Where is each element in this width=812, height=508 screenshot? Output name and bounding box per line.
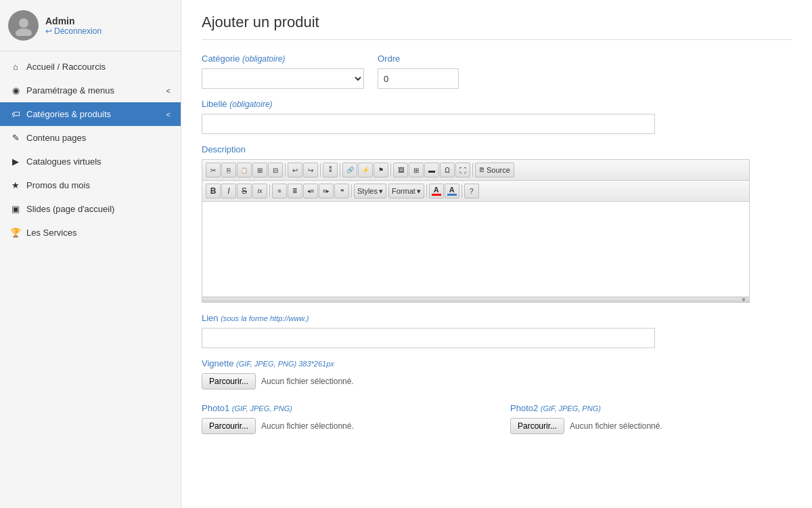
lien-hint: (sous la forme http://www.) — [221, 314, 309, 322]
source-icon: 🖹 — [479, 167, 485, 173]
ordre-input[interactable] — [378, 68, 459, 89]
sidebar-item-services[interactable]: 🏆 Les Services — [0, 221, 181, 245]
page-title: Ajouter un produit — [202, 14, 792, 40]
strikethrough-button[interactable]: S — [237, 184, 252, 198]
logout-icon: ↩ — [45, 26, 52, 36]
description-label: Description — [202, 144, 792, 154]
unordered-list-button[interactable]: ≣ — [288, 184, 302, 198]
styles-dropdown[interactable]: Styles ▾ — [354, 184, 386, 198]
styles-arrow: ▾ — [379, 187, 383, 196]
libelle-label: Libellé (obligatoire) — [202, 99, 792, 109]
logout-label: Déconnexion — [54, 26, 102, 36]
vignette-hint: (GIF, JPEG, PNG) 383*261px — [236, 360, 334, 368]
special-char-button[interactable]: Ω — [440, 163, 455, 177]
sidebar-item-promos[interactable]: ★ Promos du mois — [0, 173, 181, 197]
photo2-file-group: Parcourir... Aucun fichier sélectionné. — [510, 418, 792, 434]
maximize-button[interactable]: ⛶ — [455, 163, 470, 177]
anchor-button[interactable]: ⚑ — [374, 163, 388, 177]
sidebar-item-catalogues[interactable]: ▶ Catalogues virtuels — [0, 150, 181, 173]
edit-icon: ✎ — [10, 133, 21, 143]
outdent-button[interactable]: ◂≡ — [303, 184, 318, 198]
lien-input[interactable] — [202, 328, 655, 348]
image-button[interactable]: 🖼 — [393, 163, 408, 177]
photo2-browse-button[interactable]: Parcourir... — [510, 418, 564, 434]
sidebar-item-parametrage[interactable]: ◉ Paramétrage & menus < — [0, 79, 181, 102]
table-button[interactable]: ⊞ — [409, 163, 424, 177]
help-button[interactable]: ? — [464, 184, 479, 198]
sidebar-item-slides[interactable]: ▣ Slides (page d'accueil) — [0, 197, 181, 221]
sidebar-item-accueil[interactable]: ⌂ Accueil / Raccourcis — [0, 55, 181, 79]
sidebar-item-categories[interactable]: 🏷 Catégories & produits < — [0, 102, 181, 126]
vignette-browse-button[interactable]: Parcourir... — [202, 373, 256, 389]
find-button[interactable]: ⁑ — [323, 163, 338, 177]
sidebar-item-label: Catégories & produits — [26, 109, 111, 119]
libelle-input[interactable] — [202, 114, 655, 134]
separator2 — [320, 163, 321, 177]
sidebar-nav: ⌂ Accueil / Raccourcis ◉ Paramétrage & m… — [0, 51, 181, 248]
sidebar-item-label: Paramétrage & menus — [26, 85, 114, 96]
sidebar-item-label: Catalogues virtuels — [26, 156, 102, 167]
format-arrow: ▾ — [417, 187, 421, 196]
categorie-select[interactable] — [202, 68, 364, 89]
separator7 — [351, 184, 352, 198]
editor-container: ✂ ⎘ 📋 ⊞ ⊟ ↩ ↪ ⁑ 🔗 ⚡ ⚑ 🖼 ⊞ — [202, 159, 750, 303]
ordre-label: Ordre — [378, 54, 459, 64]
home-icon: ⌂ — [10, 62, 21, 72]
link-button[interactable]: 🔗 — [342, 163, 357, 177]
editor-resize-handle[interactable]: ▼ — [202, 297, 749, 302]
sidebar-item-label: Promos du mois — [26, 180, 90, 190]
libelle-group: Libellé (obligatoire) — [202, 99, 792, 134]
rule-button[interactable]: ▬ — [424, 163, 439, 177]
editor-toolbar-row2: B I S Ix ≡ ≣ ◂≡ ≡▸ ❝ Styles ▾ — [202, 181, 749, 202]
categorie-group: Catégorie (obligatoire) — [202, 54, 364, 89]
vignette-group: Vignette (GIF, JPEG, PNG) 383*261px Parc… — [202, 358, 792, 389]
format-label: Format — [392, 187, 415, 195]
sidebar-item-label: Contenu pages — [26, 133, 86, 143]
photo1-no-file: Aucun fichier sélectionné. — [261, 421, 354, 431]
trophy-icon: 🏆 — [10, 228, 21, 238]
bold-button[interactable]: B — [206, 184, 221, 198]
paste-button[interactable]: 📋 — [237, 163, 252, 177]
lien-group: Lien (sous la forme http://www.) — [202, 313, 792, 348]
sidebar-item-label: Les Services — [26, 228, 76, 238]
unlink-button[interactable]: ⚡ — [358, 163, 373, 177]
photo2-label: Photo2 (GIF, JPEG, PNG) — [510, 403, 792, 413]
undo-button[interactable]: ↩ — [288, 163, 302, 177]
separator8 — [426, 184, 427, 198]
cut-button[interactable]: ✂ — [206, 163, 221, 177]
photo2-group: Photo2 (GIF, JPEG, PNG) Parcourir... Auc… — [510, 403, 792, 434]
bg-color-button[interactable]: A — [445, 184, 459, 198]
svg-point-0 — [19, 18, 28, 28]
separator5 — [472, 163, 473, 177]
settings-icon: ◉ — [10, 85, 21, 96]
editor-body[interactable] — [202, 202, 749, 297]
copy-button[interactable]: ⎘ — [221, 163, 236, 177]
categorie-label: Catégorie (obligatoire) — [202, 54, 364, 64]
photos-row: Photo1 (GIF, JPEG, PNG) Parcourir... Auc… — [202, 403, 792, 434]
source-button[interactable]: 🖹 Description Source — [475, 163, 514, 177]
sidebar-item-contenu[interactable]: ✎ Contenu pages — [0, 126, 181, 150]
redo-button[interactable]: ↪ — [303, 163, 318, 177]
separator6 — [269, 184, 270, 198]
paste-word-button[interactable]: ⊟ — [268, 163, 283, 177]
star-icon: ★ — [10, 180, 21, 190]
sidebar-item-label: Slides (page d'accueil) — [26, 204, 114, 214]
format-dropdown[interactable]: Format ▾ — [388, 184, 424, 198]
photo1-file-group: Parcourir... Aucun fichier sélectionné. — [202, 418, 483, 434]
username: Admin — [45, 16, 102, 26]
vignette-label: Vignette (GIF, JPEG, PNG) 383*261px — [202, 358, 792, 368]
text-color-button[interactable]: A — [429, 184, 444, 198]
sidebar-header: Admin ↩ Déconnexion — [0, 0, 181, 51]
description-group: Description ✂ ⎘ 📋 ⊞ ⊟ ↩ ↪ ⁑ 🔗 ⚡ — [202, 144, 792, 303]
separator3 — [340, 163, 340, 177]
indent-button[interactable]: ≡▸ — [319, 184, 334, 198]
logout-link[interactable]: ↩ Déconnexion — [45, 26, 102, 36]
play-icon: ▶ — [10, 156, 21, 167]
italic-button[interactable]: I — [221, 184, 236, 198]
photo1-browse-button[interactable]: Parcourir... — [202, 418, 256, 434]
ordered-list-button[interactable]: ≡ — [272, 184, 287, 198]
remove-format-button[interactable]: Ix — [252, 184, 267, 198]
paste-text-button[interactable]: ⊞ — [252, 163, 267, 177]
avatar — [8, 10, 39, 41]
blockquote-button[interactable]: ❝ — [334, 184, 349, 198]
